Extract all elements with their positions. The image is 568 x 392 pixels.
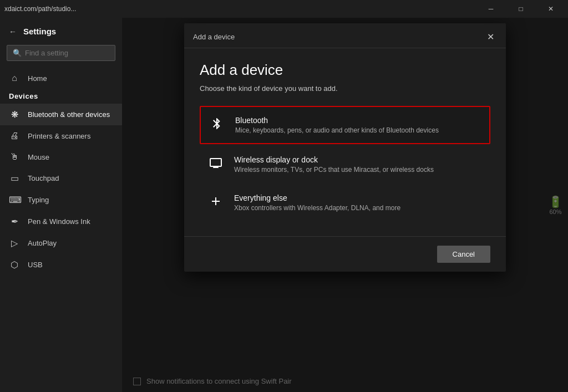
dialog-subtitle: Choose the kind of device you want to ad… — [200, 84, 490, 93]
cancel-button[interactable]: Cancel — [437, 246, 490, 263]
maximize-button[interactable]: □ — [508, 0, 534, 18]
autoplay-icon: ▷ — [9, 238, 20, 248]
dialog-titlebar: Add a device ✕ — [184, 23, 506, 48]
bluetooth-device-icon — [209, 117, 225, 134]
sidebar-item-pen[interactable]: ✒ Pen & Windows Ink — [0, 211, 122, 232]
dialog-footer: Cancel — [184, 236, 506, 272]
everything-else-icon — [207, 195, 224, 211]
device-option-bluetooth[interactable]: Bluetooth Mice, keyboards, pens, or audi… — [200, 106, 490, 144]
bluetooth-option-text: Bluetooth Mice, keyboards, pens, or audi… — [235, 116, 439, 134]
sidebar-item-printers-label: Printers & scanners — [28, 132, 90, 140]
dialog-overlay: Add a device ✕ Add a device Choose the k… — [122, 18, 568, 392]
bluetooth-icon: ❋ — [9, 109, 20, 120]
device-option-wireless-display[interactable]: Wireless display or dock Wireless monito… — [200, 146, 490, 182]
pen-icon: ✒ — [9, 216, 20, 227]
sidebar-item-pen-label: Pen & Windows Ink — [28, 217, 90, 226]
sidebar-item-autoplay[interactable]: ▷ AutoPlay — [0, 232, 122, 254]
sidebar-item-usb-label: USB — [28, 261, 43, 269]
main-area: ← Settings 🔍 ⌂ Home Devices ❋ Bluetooth … — [0, 18, 568, 392]
right-panel: 🔋 60% Show notifications to connect usin… — [122, 18, 568, 392]
sidebar-item-touchpad[interactable]: ▭ Touchpad — [0, 167, 122, 189]
top-bar-left: xdaict.com/path/studio... — [4, 5, 76, 13]
dialog-titlebar-title: Add a device — [193, 33, 235, 41]
sidebar-item-mouse[interactable]: 🖱 Mouse — [0, 146, 122, 167]
minimize-button[interactable]: ─ — [478, 0, 504, 18]
wireless-display-option-title: Wireless display or dock — [234, 155, 434, 164]
everything-else-option-desc: Xbox controllers with Wireless Adapter, … — [234, 204, 400, 212]
sidebar-item-bluetooth[interactable]: ❋ Bluetooth & other devices — [0, 104, 122, 125]
sidebar: ← Settings 🔍 ⌂ Home Devices ❋ Bluetooth … — [0, 18, 122, 392]
sidebar-item-home-label: Home — [28, 74, 47, 83]
mouse-icon: 🖱 — [9, 152, 20, 162]
typing-icon: ⌨ — [9, 195, 20, 205]
sidebar-item-bluetooth-label: Bluetooth & other devices — [28, 110, 110, 119]
dialog-close-button[interactable]: ✕ — [484, 30, 497, 43]
bluetooth-option-title: Bluetooth — [235, 116, 439, 125]
wireless-display-option-text: Wireless display or dock Wireless monito… — [234, 155, 434, 174]
wireless-display-icon — [207, 156, 224, 173]
bluetooth-option-desc: Mice, keyboards, pens, or audio and othe… — [235, 126, 439, 134]
wireless-display-option-desc: Wireless monitors, TVs, or PCs that use … — [234, 166, 434, 174]
touchpad-icon: ▭ — [9, 173, 20, 184]
printer-icon: 🖨 — [9, 131, 20, 141]
search-icon: 🔍 — [13, 49, 22, 57]
sidebar-item-printers[interactable]: 🖨 Printers & scanners — [0, 125, 122, 146]
search-input[interactable] — [25, 49, 109, 57]
everything-else-option-text: Everything else Xbox controllers with Wi… — [234, 194, 400, 212]
dialog-body: Add a device Choose the kind of device y… — [184, 48, 506, 236]
dialog-heading: Add a device — [200, 62, 490, 79]
add-device-dialog: Add a device ✕ Add a device Choose the k… — [184, 23, 506, 272]
sidebar-section-devices: Devices — [0, 89, 122, 104]
device-option-everything-else[interactable]: Everything else Xbox controllers with Wi… — [200, 185, 490, 221]
sidebar-item-usb[interactable]: ⬡ USB — [0, 254, 122, 276]
sidebar-item-touchpad-label: Touchpad — [28, 174, 59, 182]
sidebar-item-autoplay-label: AutoPlay — [28, 239, 57, 247]
usb-icon: ⬡ — [9, 259, 20, 270]
sidebar-item-typing-label: Typing — [28, 196, 49, 204]
page-url: xdaict.com/path/studio... — [4, 5, 76, 13]
sidebar-header: ← Settings — [0, 18, 122, 40]
sidebar-item-mouse-label: Mouse — [28, 153, 49, 161]
home-icon: ⌂ — [9, 73, 20, 83]
sidebar-item-home[interactable]: ⌂ Home — [0, 68, 122, 89]
search-box[interactable]: 🔍 — [7, 45, 115, 61]
window-close-button[interactable]: ✕ — [538, 0, 564, 18]
back-button[interactable]: ← — [9, 27, 17, 36]
sidebar-title: Settings — [23, 27, 56, 36]
top-bar: xdaict.com/path/studio... ─ □ ✕ — [0, 0, 568, 18]
sidebar-item-typing[interactable]: ⌨ Typing — [0, 189, 122, 211]
window-controls: ─ □ ✕ — [478, 0, 564, 18]
everything-else-option-title: Everything else — [234, 194, 400, 202]
